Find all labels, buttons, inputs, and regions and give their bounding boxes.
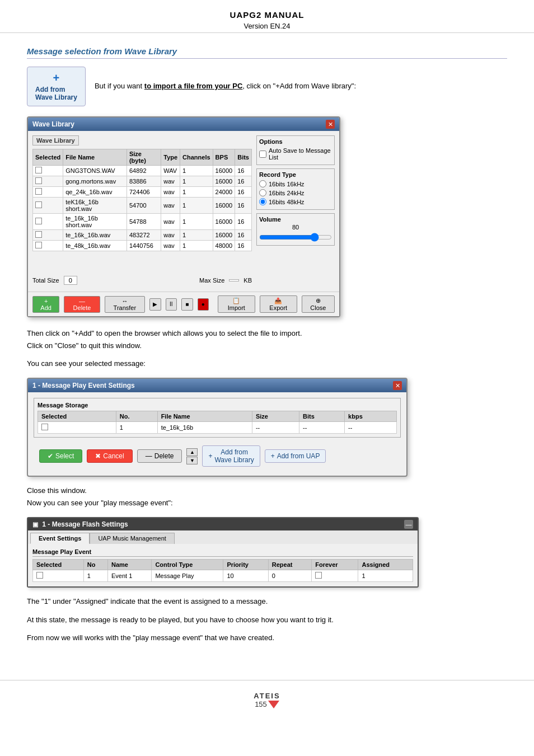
intro-description: But if you want to import a file from yo… <box>95 81 356 92</box>
flash-icon: ▣ <box>32 521 38 528</box>
close-button[interactable]: ⊕ Close <box>302 295 335 313</box>
plus-icon: + <box>53 72 60 84</box>
checkmark-icon: ✔ <box>48 452 53 460</box>
table-row[interactable]: te_48k_16b.wav1440756wav14800016 <box>33 241 252 251</box>
flash-close-button[interactable]: — <box>404 520 413 529</box>
footer-brand: ATEIS <box>0 692 534 700</box>
add-button[interactable]: + Add <box>32 296 59 313</box>
minus-icon: — <box>146 452 152 460</box>
table-row[interactable]: gong.mortons.wav83886wav11600016 <box>33 176 252 187</box>
stop-button[interactable]: ■ <box>181 298 193 311</box>
options-title: Options <box>259 138 332 145</box>
table-row[interactable]: GNG3TONS.WAV64892WAV11600016 <box>33 166 252 176</box>
add-from-wave-button[interactable]: + Add fromWave Library <box>27 67 86 106</box>
para2-text: Click on "Close" to quit this window. <box>27 341 142 350</box>
row-checkbox[interactable] <box>35 188 42 195</box>
delete-msg-button[interactable]: — Delete <box>137 449 182 463</box>
col-type: Type <box>161 149 180 166</box>
para1: Then click on "+Add" to open the browser… <box>27 327 507 352</box>
flash-title-text: 1 - Message Flash Settings <box>42 520 128 528</box>
col-bps: BPS <box>213 149 235 166</box>
table-row[interactable]: 1te_16k_16b------ <box>38 422 397 434</box>
select-label: Select <box>55 452 74 460</box>
volume-group: Volume 80 <box>256 213 335 246</box>
msg-play-close-button[interactable]: ✕ <box>393 381 402 390</box>
msg-col-no: No. <box>116 411 157 422</box>
record-button[interactable]: ● <box>198 298 209 311</box>
flash-table: Selected No Name Control Type Priority R… <box>32 559 413 582</box>
table-row[interactable]: te_16k_16b short.wav54788wav11600016 <box>33 214 252 230</box>
add-from-uap-button[interactable]: + Add from UAP <box>265 449 326 463</box>
max-size-value <box>229 279 239 281</box>
cancel-button[interactable]: ✖ Cancel <box>87 449 132 463</box>
flash-col-assigned: Assigned <box>358 560 413 570</box>
col-selected: Selected <box>33 149 63 166</box>
add-from-wave-btn-msg[interactable]: + Add fromWave Library <box>202 445 260 467</box>
transfer-button[interactable]: ↔ Transfer <box>105 296 145 313</box>
auto-save-checkbox[interactable] <box>259 151 266 158</box>
footer-triangle-icon <box>268 701 279 708</box>
total-size-label: Total Size <box>32 277 59 284</box>
select-button[interactable]: ✔ Select <box>39 449 82 463</box>
table-row[interactable]: 1Event 1Message Play1001 <box>33 570 413 582</box>
row-checkbox[interactable] <box>35 167 42 173</box>
row-checkbox[interactable] <box>41 424 48 430</box>
wave-library-title: Wave Library <box>32 120 74 128</box>
radio-48khz-label: 16bits 48kHz <box>269 199 305 205</box>
flash-titlebar: ▣ 1 - Message Flash Settings — <box>28 518 418 530</box>
pause-button[interactable]: II <box>166 298 177 311</box>
tab-uap-music[interactable]: UAP Music Management <box>90 533 174 544</box>
plus-wave-icon: + <box>208 452 212 460</box>
table-row[interactable]: qe_24k_16b.wav724406wav12400016 <box>33 187 252 198</box>
flash-body: Message Play Event Selected No Name Cont… <box>28 544 418 586</box>
wave-library-right: Options Auto Save to Message List Record… <box>256 135 335 287</box>
play-button[interactable]: ▶ <box>149 298 161 311</box>
volume-value: 80 <box>259 224 332 231</box>
x-icon: ✖ <box>95 452 101 460</box>
msg-col-size: Size <box>252 411 299 422</box>
para-final1: At this state, the message is ready to b… <box>27 614 507 626</box>
table-row[interactable]: teK16k_16b short.wav54700wav11600016 <box>33 198 252 214</box>
msg-play-title: 1 - Message Play Event Settings <box>32 382 135 389</box>
volume-title: Volume <box>259 216 332 223</box>
flash-col-no: No <box>83 560 107 570</box>
intro-text2: , click on "+Add from Wave library": <box>242 82 356 90</box>
forever-checkbox[interactable] <box>315 572 322 579</box>
volume-slider[interactable] <box>259 233 332 242</box>
auto-save-row: Auto Save to Message List <box>259 147 332 161</box>
down-arrow-button[interactable]: ▼ <box>186 457 198 464</box>
table-row[interactable]: te_16k_16b.wav483272wav11600016 <box>33 230 252 241</box>
wave-library-titlebar: Wave Library ✕ <box>28 118 339 131</box>
row-checkbox[interactable] <box>35 231 42 238</box>
flash-col-control-type: Control Type <box>152 560 223 570</box>
import-button[interactable]: 📋 Import <box>218 295 255 313</box>
msg-play-footer: ✔ Select ✖ Cancel — Delete ▲ ▼ + Add f <box>34 442 401 470</box>
page-header: UAPG2 MANUAL Version EN.24 <box>0 0 534 33</box>
record-type-title: Record Type <box>259 171 332 178</box>
wave-library-close-button[interactable]: ✕ <box>326 120 335 129</box>
radio-48khz[interactable] <box>259 198 266 205</box>
flash-settings-dialog: ▣ 1 - Message Flash Settings — Event Set… <box>27 517 419 588</box>
wave-library-left: Wave Library Selected File Name Size (by… <box>32 135 252 287</box>
tab-event-settings[interactable]: Event Settings <box>30 533 90 544</box>
para-final2: From now we will works with the "play me… <box>27 632 507 644</box>
col-bits: Bits <box>235 149 252 166</box>
msg-col-filename: File Name <box>157 411 252 422</box>
row-checkbox[interactable] <box>35 218 42 224</box>
row-checkbox[interactable] <box>35 201 42 208</box>
row-checkbox[interactable] <box>36 572 43 579</box>
row-checkbox[interactable] <box>35 242 42 248</box>
row-checkbox[interactable] <box>35 177 42 184</box>
assigned-note: The "1" under "Assigned" indicate that t… <box>27 595 507 608</box>
up-arrow-button[interactable]: ▲ <box>186 448 198 456</box>
col-channels: Channels <box>180 149 213 166</box>
export-button[interactable]: 📤 Export <box>260 295 297 313</box>
delete-button[interactable]: — Delete <box>64 296 100 313</box>
radio-16khz-label: 16bits 16kHz <box>269 181 305 187</box>
radio-16khz[interactable] <box>259 180 266 187</box>
add-uap-label: Add from UAP <box>277 452 320 460</box>
radio-16k: 16bits 16kHz <box>259 180 332 187</box>
add-wave-label: Add fromWave Library <box>35 86 77 101</box>
radio-24khz[interactable] <box>259 189 266 196</box>
flash-col-name: Name <box>107 560 151 570</box>
